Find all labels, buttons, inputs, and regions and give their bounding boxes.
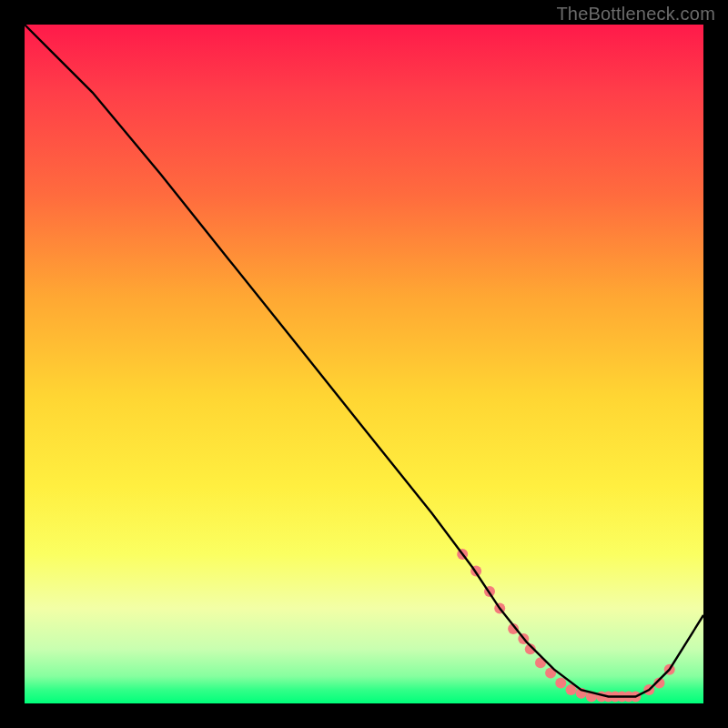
chart-svg	[25, 25, 703, 703]
chart-container: TheBottleneck.com	[0, 0, 728, 728]
curve-dot	[555, 678, 566, 689]
bottleneck-curve	[25, 25, 703, 697]
watermark-text: TheBottleneck.com	[556, 4, 715, 25]
plot-area	[25, 25, 703, 703]
